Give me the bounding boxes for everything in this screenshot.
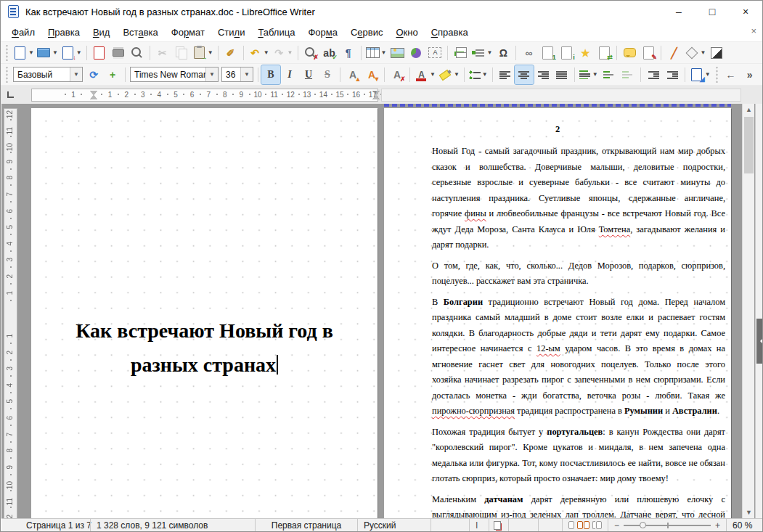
- new-document-dropdown-icon[interactable]: ▼: [28, 49, 34, 56]
- special-character-button[interactable]: Ω: [494, 44, 513, 62]
- highlight-color-button[interactable]: ▼: [437, 65, 461, 84]
- bold-button[interactable]: B: [261, 65, 280, 84]
- highlight-color-dropdown-icon[interactable]: ▼: [454, 71, 460, 78]
- size-combobox[interactable]: 36▼: [221, 67, 253, 82]
- insert-line-button[interactable]: ╱: [664, 44, 683, 62]
- zoom-out-icon[interactable]: −: [614, 520, 619, 531]
- scroll-up-icon[interactable]: ▲: [743, 104, 755, 115]
- minimize-button[interactable]: –: [662, 1, 695, 22]
- menu-file[interactable]: Файл: [5, 25, 41, 40]
- overflow-back-button[interactable]: ←: [722, 65, 740, 84]
- new-document-button[interactable]: ▼: [12, 44, 36, 62]
- bullets-dropdown-icon[interactable]: ▼: [482, 71, 488, 78]
- menu-tools[interactable]: Сервис: [344, 25, 390, 40]
- bookmark-button[interactable]: ★: [576, 44, 595, 62]
- font-color-button[interactable]: ▼: [413, 65, 437, 84]
- underline-button[interactable]: U: [299, 65, 318, 84]
- redo-dropdown-icon[interactable]: ▼: [287, 49, 293, 56]
- paste-button[interactable]: →▼: [191, 44, 215, 62]
- style-combobox[interactable]: Базовый▼: [13, 67, 83, 82]
- overflow-more-button[interactable]: »: [740, 65, 759, 84]
- insert-field-dropdown-icon[interactable]: ▼: [486, 49, 492, 56]
- basic-shapes-button[interactable]: ▼: [683, 44, 707, 62]
- book-view-icon[interactable]: [592, 521, 602, 529]
- open-folder-dropdown-icon[interactable]: ▼: [52, 49, 58, 56]
- hyperlink-button[interactable]: ∞: [519, 44, 538, 62]
- undo-dropdown-icon[interactable]: ▼: [264, 49, 269, 56]
- align-left-button[interactable]: [496, 65, 515, 84]
- basic-shapes-dropdown-icon[interactable]: ▼: [700, 49, 706, 56]
- bullets-button[interactable]: ▼: [468, 65, 489, 84]
- shrink-font-button[interactable]: A▼: [362, 65, 381, 84]
- print-button[interactable]: [109, 44, 128, 62]
- find-replace-button[interactable]: ✗: [301, 44, 320, 62]
- comment-button[interactable]: [620, 44, 639, 62]
- zoom-percentage[interactable]: 60 %: [727, 519, 758, 531]
- zoom-in-icon[interactable]: +: [715, 520, 720, 531]
- footnote-button[interactable]: 1: [538, 44, 557, 62]
- page-style-button[interactable]: ◢▼: [688, 65, 712, 84]
- track-changes-button[interactable]: ✎: [639, 44, 658, 62]
- clear-formatting-button[interactable]: A✗: [388, 65, 407, 84]
- document-title[interactable]: Как встречают Новый год в разных странах: [31, 314, 378, 382]
- toolbar-grip[interactable]: [4, 67, 9, 83]
- sidebar-toggle-handle[interactable]: [756, 319, 762, 364]
- zoom-slider-thumb[interactable]: [640, 522, 646, 528]
- insert-chart-button[interactable]: [407, 44, 425, 62]
- spelling-button[interactable]: ab✓: [320, 44, 339, 62]
- font-color-dropdown-icon[interactable]: ▼: [430, 71, 436, 78]
- menu-view[interactable]: Вид: [86, 25, 117, 40]
- status-language[interactable]: Русский: [358, 519, 431, 531]
- indent-increase-button[interactable]: [644, 65, 663, 84]
- close-document-icon[interactable]: ×: [751, 25, 756, 36]
- maximize-button[interactable]: □: [695, 1, 729, 22]
- multi-page-view-icon[interactable]: [577, 521, 589, 529]
- formatting-marks-button[interactable]: ¶: [339, 44, 358, 62]
- menu-window[interactable]: Окно: [389, 25, 424, 40]
- menu-help[interactable]: Справка: [425, 25, 475, 40]
- page-1[interactable]: Как встречают Новый год в разных странах: [31, 108, 378, 520]
- cross-reference-button[interactable]: ⇄: [595, 44, 613, 62]
- endnote-button[interactable]: i: [557, 44, 576, 62]
- export-pdf-button[interactable]: [90, 44, 109, 62]
- status-page-count[interactable]: Страница 1 из 7: [20, 519, 90, 531]
- horizontal-ruler[interactable]: 1123456789101112131415161718: [31, 89, 378, 102]
- align-right-button[interactable]: [534, 65, 552, 84]
- page-style-dropdown-icon[interactable]: ▼: [705, 71, 711, 78]
- strikethrough-button[interactable]: S: [318, 65, 337, 84]
- cut-button[interactable]: ✂: [153, 44, 172, 62]
- scrollbar-thumb[interactable]: [744, 117, 754, 173]
- status-word-count[interactable]: 1 328 слов, 9 121 символов: [91, 519, 255, 531]
- grow-font-button[interactable]: A▲: [343, 65, 362, 84]
- insert-textbox-button[interactable]: [425, 44, 444, 62]
- tab-stop-type-icon[interactable]: [6, 90, 15, 99]
- size-dropdown-icon[interactable]: ▼: [240, 67, 253, 81]
- menu-edit[interactable]: Правка: [41, 25, 86, 40]
- undo-button[interactable]: ↶▼: [247, 44, 271, 62]
- new-style-button[interactable]: +: [103, 65, 122, 84]
- toolbar-grip[interactable]: [4, 45, 9, 61]
- page2-text[interactable]: Новый Год - самый загадочный праздник, о…: [432, 144, 725, 520]
- font-combobox[interactable]: Times New Roman▼: [130, 67, 219, 82]
- insert-table-dropdown-icon[interactable]: ▼: [381, 49, 387, 56]
- spacing-increase-button[interactable]: [600, 65, 619, 84]
- copy-button[interactable]: [172, 44, 191, 62]
- style-dropdown-icon[interactable]: ▼: [70, 67, 82, 81]
- open-folder-button[interactable]: ▼: [36, 44, 60, 62]
- status-page-style[interactable]: Первая страница: [256, 519, 357, 531]
- indent-decrease-button[interactable]: [663, 65, 682, 84]
- line-spacing-button[interactable]: ▼: [578, 65, 600, 84]
- font-dropdown-icon[interactable]: ▼: [205, 67, 218, 81]
- page-break-button[interactable]: [451, 44, 470, 62]
- menu-table[interactable]: Таблица: [251, 25, 301, 40]
- clone-formatting-button[interactable]: ✐: [221, 44, 240, 62]
- save-button[interactable]: ↓▼: [60, 44, 83, 62]
- insert-table-button[interactable]: ▼: [364, 44, 388, 62]
- vertical-scrollbar[interactable]: ▲ ▼: [742, 104, 754, 520]
- insert-mode-icon[interactable]: I: [470, 519, 489, 531]
- menu-insert[interactable]: Вставка: [116, 25, 164, 40]
- menu-styles[interactable]: Стили: [211, 25, 251, 40]
- close-button[interactable]: ×: [729, 1, 762, 22]
- single-page-view-icon[interactable]: [568, 521, 574, 529]
- save-status-icon[interactable]: [489, 519, 508, 531]
